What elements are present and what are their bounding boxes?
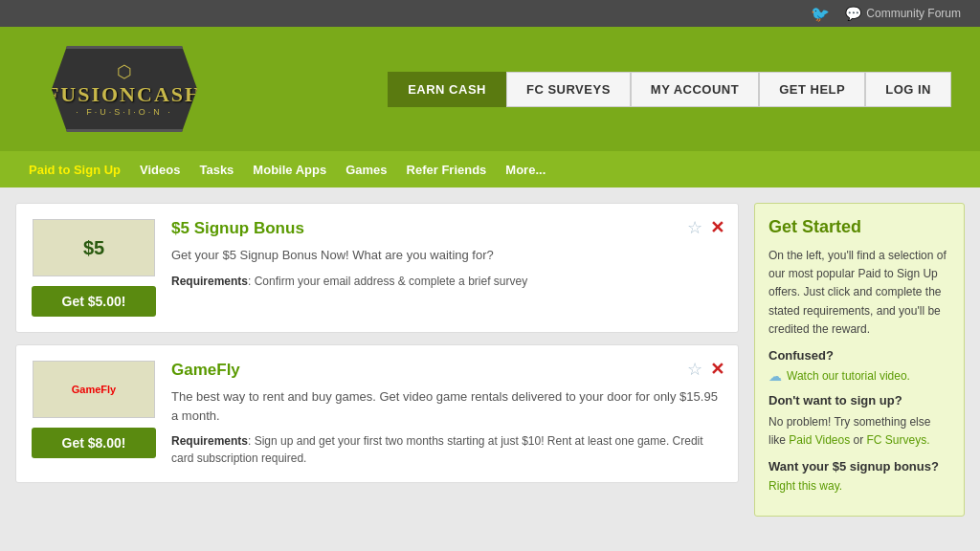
twitter-icon[interactable]: 🐦	[811, 5, 830, 23]
offer-1-body: $5 Signup Bonus Get your $5 Signup Bonus…	[171, 219, 723, 317]
cloud-icon: ☁	[768, 368, 782, 384]
subnav-tasks[interactable]: Tasks	[199, 163, 234, 177]
subnav-more[interactable]: More...	[505, 163, 546, 177]
sidebar-title: Get Started	[768, 217, 950, 237]
subnav-paid-to-signup[interactable]: Paid to Sign Up	[29, 163, 121, 177]
offer-2-desc: The best way to rent and buy games. Get …	[171, 387, 723, 425]
sidebar-nosignup-title: Don't want to sign up?	[768, 393, 950, 408]
nav-fc-surveys[interactable]: FC SURVEYS	[506, 72, 631, 107]
offer-1-close-icon[interactable]: ✕	[710, 217, 724, 238]
offer-1-image-area: Get $5.00!	[32, 219, 156, 317]
main-content: Get $5.00! $5 Signup Bonus Get your $5 S…	[0, 187, 980, 532]
offer-1-requirements: Requirements: Confirm your email address…	[171, 273, 723, 290]
subnav-games[interactable]: Games	[345, 163, 387, 177]
top-bar: 🐦 💬 Community Forum	[0, 0, 980, 27]
offer-1-desc: Get your $5 Signup Bonus Now! What are y…	[171, 246, 723, 265]
subnav-refer-friends[interactable]: Refer Friends	[407, 163, 487, 177]
nav-log-in[interactable]: LOG IN	[865, 72, 951, 107]
offer-1-get-button[interactable]: Get $5.00!	[32, 286, 156, 317]
offer-1-actions: ☆ ✕	[687, 217, 724, 238]
sidebar-tutorial-link[interactable]: ☁ Watch our tutorial video.	[768, 368, 950, 384]
main-nav: EARN CASH FC SURVEYS MY ACCOUNT GET HELP…	[388, 72, 951, 107]
offers-area: Get $5.00! $5 Signup Bonus Get your $5 S…	[15, 203, 739, 517]
offer-2-close-icon[interactable]: ✕	[710, 359, 724, 380]
subnav-mobile-apps[interactable]: Mobile Apps	[253, 163, 326, 177]
community-forum-link[interactable]: 💬 Community Forum	[845, 6, 961, 21]
forum-bubble-icon: 💬	[845, 6, 861, 21]
logo-icon: ⬡	[117, 61, 132, 82]
nav-get-help[interactable]: GET HELP	[759, 72, 865, 107]
logo-sub: · F·U·S·I·O·N ·	[76, 107, 173, 117]
nav-earn-cash[interactable]: EARN CASH	[388, 72, 506, 107]
offer-2-get-button[interactable]: Get $8.00!	[32, 428, 156, 458]
offer-2-image-area: GameFly Get $8.00!	[32, 361, 156, 467]
header: ⬡ FUSIONCASH · F·U·S·I·O·N · EARN CASH F…	[0, 27, 980, 151]
logo-text: FUSIONCASH	[46, 82, 203, 107]
logo[interactable]: ⬡ FUSIONCASH · F·U·S·I·O·N ·	[29, 46, 220, 132]
offer-2-actions: ☆ ✕	[687, 359, 724, 380]
offer-2-body: GameFly The best way to rent and buy gam…	[171, 361, 723, 467]
paid-videos-link[interactable]: Paid Videos	[789, 433, 850, 447]
sidebar-bonus-title: Want your $5 signup bonus?	[768, 459, 950, 474]
sidebar-nosignup-text: No problem! Try something else like Paid…	[768, 413, 950, 450]
sidebar-intro: On the left, you'll find a selection of …	[768, 247, 950, 339]
offer-2-requirements: Requirements: Sign up and get your first…	[171, 432, 723, 467]
fc-surveys-link[interactable]: FC Surveys.	[867, 433, 930, 447]
offer-2-image: GameFly	[33, 361, 155, 418]
offer-card-1: Get $5.00! $5 Signup Bonus Get your $5 S…	[15, 203, 739, 333]
offer-2-star-icon[interactable]: ☆	[687, 359, 702, 380]
subnav-videos[interactable]: Videos	[140, 163, 180, 177]
offer-2-title: GameFly	[171, 361, 723, 380]
sub-nav: Paid to Sign Up Videos Tasks Mobile Apps…	[0, 151, 980, 187]
logo-area: ⬡ FUSIONCASH · F·U·S·I·O·N ·	[29, 46, 220, 132]
sidebar-card: Get Started On the left, you'll find a s…	[754, 203, 965, 517]
nav-my-account[interactable]: MY ACCOUNT	[631, 72, 759, 107]
offer-1-title: $5 Signup Bonus	[171, 219, 723, 238]
offer-1-image	[33, 219, 155, 276]
offer-1-star-icon[interactable]: ☆	[687, 217, 702, 238]
sidebar-bonus-link[interactable]: Right this way.	[768, 479, 950, 493]
sidebar: Get Started On the left, you'll find a s…	[754, 203, 965, 517]
offer-card-2: GameFly Get $8.00! GameFly The best way …	[15, 344, 739, 483]
sidebar-confused-title: Confused?	[768, 348, 950, 363]
